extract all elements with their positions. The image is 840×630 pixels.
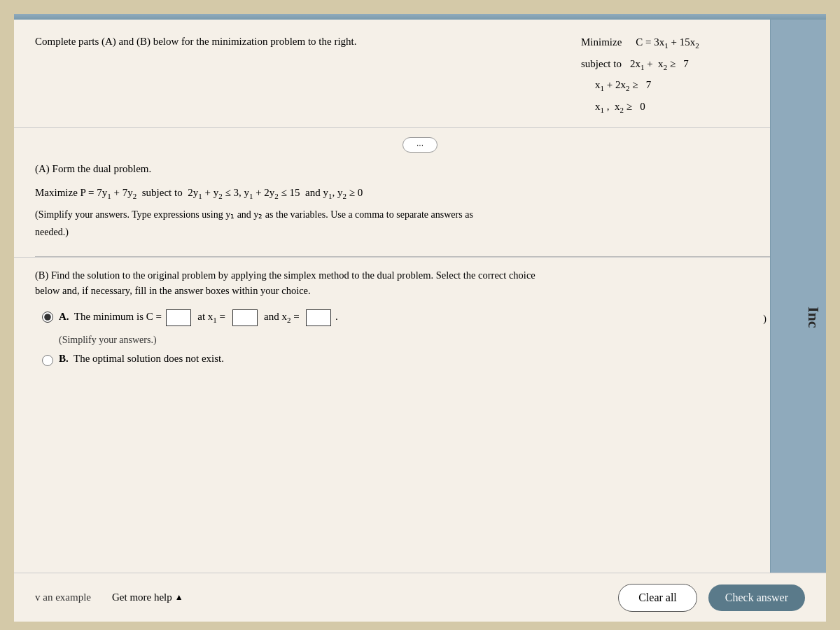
answer-box-x2[interactable] [306, 309, 331, 326]
bottom-left: v an example Get more help ▲ [35, 592, 183, 603]
constraint2: x1 + 2x2 ≥ 7 [595, 76, 651, 95]
part-b-section: (B) Find the solution to the original pr… [14, 257, 826, 385]
option-b-label[interactable]: B. The optimal solution does not exist. [59, 353, 224, 365]
bottom-right: Clear all Check answer [618, 584, 805, 612]
option-b-letter: B. [59, 353, 69, 364]
top-bar [14, 14, 826, 20]
part-b-line2: below and, if necessary, fill in the ans… [35, 285, 311, 296]
right-panel: Inc Sign out [770, 20, 826, 622]
part-b-text: (B) Find the solution to the original pr… [35, 268, 805, 299]
part-a-title: (A) Form the dual problem. [35, 163, 805, 175]
period: . [335, 311, 338, 322]
expand-button[interactable]: ··· [402, 137, 438, 153]
minimize-label: Minimize [581, 34, 622, 52]
simplify-answers-note: (Simplify your answers.) [59, 335, 798, 346]
get-more-help-button[interactable]: Get more help ▲ [112, 592, 183, 603]
main-container: Inc Sign out Complete parts (A) and (B) … [14, 14, 826, 616]
simplify-note-1: (Simplify your answers. Type expressions… [35, 207, 805, 222]
constraint3: x1 , x2 ≥ 0 [595, 98, 645, 117]
chevron-up-icon: ▲ [175, 592, 183, 603]
top-section: Complete parts (A) and (B) below for the… [14, 20, 826, 128]
at-x1-text: at x1 = [195, 311, 227, 322]
example-link[interactable]: v an example [35, 592, 91, 603]
option-b-text: The optimal solution does not exist. [74, 353, 224, 364]
option-a-letter: A. [59, 311, 69, 322]
part-b-line1: (B) Find the solution to the original pr… [35, 270, 536, 281]
objective-function: C = 3x1 + 15x2 [636, 34, 699, 52]
answer-box-c[interactable] [166, 309, 191, 326]
answer-box-x1[interactable] [232, 309, 258, 326]
option-b-radio[interactable] [42, 355, 53, 366]
content-area: Inc Sign out Complete parts (A) and (B) … [14, 20, 826, 622]
check-answer-button[interactable]: Check answer [708, 584, 805, 611]
intro-text: Complete parts (A) and (B) below for the… [35, 36, 356, 47]
constraint1: 2x1 + x2 ≥ 7 [630, 55, 689, 74]
option-a-radio[interactable] [42, 312, 53, 323]
clear-all-button[interactable]: Clear all [618, 584, 697, 612]
part-a-section: (A) Form the dual problem. Maximize P = … [14, 149, 826, 256]
radio-options: A. The minimum is C = at x1 = and x2 = .… [35, 309, 805, 366]
bottom-bar: v an example Get more help ▲ Clear all C… [14, 573, 826, 622]
paren-note: ) [763, 314, 766, 325]
option-a-label[interactable]: A. The minimum is C = at x1 = and x2 = . [59, 309, 338, 326]
and-x2-text: and x2 = [261, 311, 302, 322]
option-a-row: A. The minimum is C = at x1 = and x2 = . [42, 309, 798, 326]
inc-text: Inc [804, 307, 822, 328]
maximize-line: Maximize P = 7y1 + 7y2 subject to 2y1 + … [35, 186, 805, 202]
option-a-text: The minimum is C = [74, 311, 162, 322]
subject-to-label: subject to [581, 55, 622, 74]
simplify-note-2: needed.) [35, 225, 805, 239]
option-b-row: B. The optimal solution does not exist. [42, 353, 798, 366]
problem-statement: Complete parts (A) and (B) below for the… [35, 34, 539, 117]
get-help-text: Get more help [112, 592, 172, 603]
